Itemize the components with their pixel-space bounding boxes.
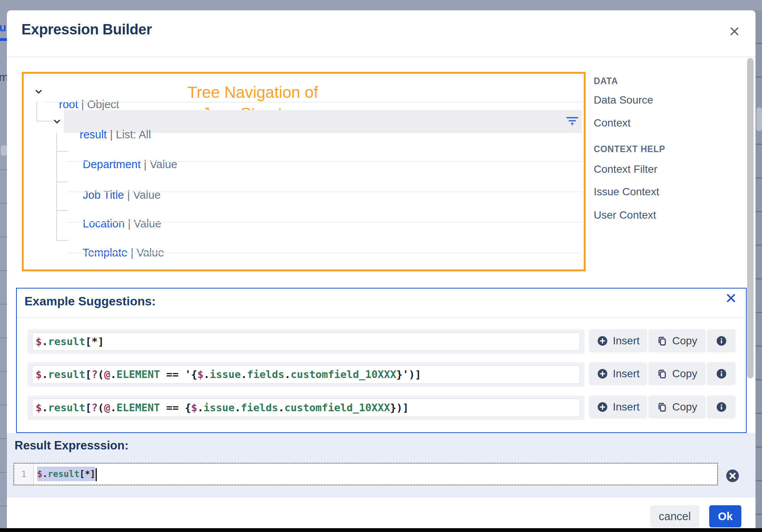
result-expression-editor[interactable]: 1 $.result[*] — [13, 463, 718, 485]
suggestion-expression: $.result[*] — [32, 332, 580, 351]
text-cursor — [96, 468, 97, 481]
suggestion-expression: $.result[?(@.ELEMENT == '{$.issue.fields… — [32, 365, 580, 384]
tree-node-label[interactable]: root — [59, 98, 78, 110]
close-dialog-button[interactable] — [726, 24, 743, 41]
tree-node-type: | Object — [78, 98, 119, 110]
sidebar-item-data-source[interactable]: Data Source — [594, 94, 653, 106]
insert-label: Insert — [613, 335, 640, 347]
tree-connector — [56, 182, 68, 182]
cancel-label: cancel — [659, 510, 691, 523]
editor-selection: $.result[*] — [37, 467, 95, 481]
header-divider — [7, 57, 755, 57]
insert-button[interactable]: Insert — [589, 362, 647, 385]
suggestion-expression: $.result[?(@.ELEMENT == {$.issue.fields.… — [32, 399, 580, 417]
dialog-title: Expression Builder — [21, 21, 152, 38]
tree-row-divider — [67, 253, 582, 253]
info-button[interactable] — [707, 396, 736, 418]
tree-connector — [36, 102, 37, 122]
clear-circle-icon — [726, 477, 739, 484]
tree-node-label[interactable]: result — [80, 128, 107, 141]
tree-node-type: | Value — [125, 217, 161, 230]
copy-label: Copy — [672, 401, 697, 413]
info-icon — [716, 335, 727, 347]
clear-expression-button[interactable] — [726, 469, 739, 483]
info-icon — [716, 368, 727, 380]
background-button-fragment — [756, 107, 762, 131]
background-text-fragment: m — [0, 71, 7, 84]
screenshot-bottom-edge — [0, 528, 762, 532]
sidebar-item-issue-context[interactable]: Issue Context — [594, 186, 659, 198]
info-button[interactable] — [707, 362, 736, 385]
sidebar-header-data: DATA — [594, 76, 618, 86]
tree-connector — [56, 133, 57, 241]
background-tab-underline — [0, 38, 7, 41]
annotation-line-1: Tree Navigation of — [187, 83, 318, 102]
plus-circle-icon — [597, 368, 608, 380]
info-button[interactable] — [707, 329, 736, 352]
filter-icon[interactable] — [565, 115, 579, 127]
dialog-scrollbar[interactable] — [747, 58, 754, 378]
tree-row-divider — [67, 191, 582, 192]
sidebar-header-context-help: CONTEXT HELP — [594, 144, 665, 154]
screen: ur m Expression Builder Tree Navigation … — [0, 0, 762, 532]
close-icon — [729, 26, 740, 38]
insert-button[interactable]: Insert — [589, 329, 647, 352]
tree-connector — [56, 151, 68, 152]
background-table-rows — [0, 136, 7, 528]
tree-node-type: | Value — [124, 189, 161, 201]
sidebar-item-user-context[interactable]: User Context — [594, 209, 656, 221]
insert-label: Insert — [613, 368, 640, 380]
insert-label: Insert — [613, 401, 640, 413]
tree-node-label[interactable]: Job Title — [83, 189, 124, 201]
ok-button[interactable]: Ok — [709, 505, 741, 527]
tree-node-label[interactable]: Location — [83, 217, 125, 230]
tree-node-label[interactable]: Department — [83, 158, 141, 170]
plus-circle-icon — [597, 401, 608, 413]
editor-line-number: 1 — [14, 464, 34, 485]
background-page-left-sliver: ur m — [0, 10, 7, 528]
copy-icon — [657, 368, 668, 379]
copy-icon — [657, 336, 668, 346]
example-suggestions-title: Example Suggestions: — [24, 294, 156, 308]
result-expression-label: Result Expresssion: — [15, 439, 129, 453]
plus-circle-icon — [597, 335, 608, 347]
background-page-right-sliver — [755, 10, 762, 528]
tree-row-divider — [45, 102, 582, 102]
ok-label: Ok — [718, 510, 733, 523]
editor-input[interactable]: $.result[*] — [34, 464, 717, 485]
chevron-down-icon[interactable] — [53, 117, 61, 126]
copy-button[interactable]: Copy — [648, 329, 706, 352]
tree-connector — [56, 210, 68, 211]
suggestions-divider — [17, 317, 745, 318]
close-suggestions-button[interactable] — [724, 292, 738, 306]
info-icon — [716, 401, 727, 413]
insert-button[interactable]: Insert — [589, 396, 647, 418]
tree-node-type: | List: All — [107, 128, 151, 141]
copy-label: Copy — [672, 368, 697, 380]
copy-icon — [657, 402, 668, 412]
copy-button[interactable]: Copy — [648, 396, 706, 418]
tree-row-divider — [67, 161, 582, 162]
copy-button[interactable]: Copy — [648, 362, 706, 385]
sidebar-item-context-filter[interactable]: Context Filter — [594, 163, 658, 175]
tree-row-divider — [67, 222, 582, 223]
sidebar-item-context[interactable]: Context — [594, 117, 631, 129]
close-icon — [726, 293, 736, 305]
background-tab-text: ur — [0, 21, 7, 34]
cancel-button[interactable]: cancel — [650, 505, 699, 527]
tree-connector — [56, 240, 68, 241]
chevron-down-icon[interactable] — [34, 88, 43, 96]
copy-label: Copy — [672, 335, 697, 347]
tree-node-type: | Value — [141, 158, 177, 170]
